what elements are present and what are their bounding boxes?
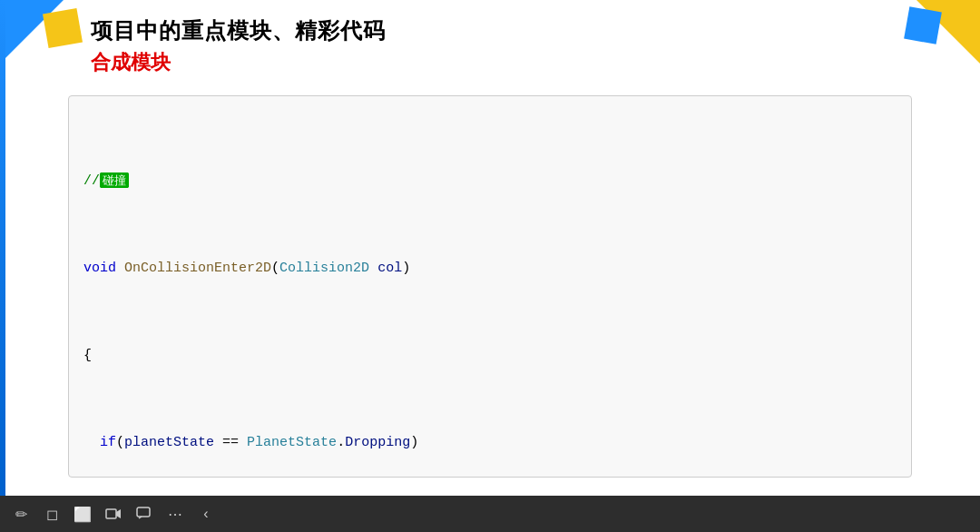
code-line-comment1: //碰撞 — [83, 171, 897, 192]
slide: 项目中的重点模块、精彩代码 合成模块 //碰撞 void OnCollision… — [0, 0, 980, 496]
toolbar-back-icon[interactable]: ‹ — [196, 504, 216, 524]
toolbar-pencil-icon[interactable]: ✏ — [11, 504, 31, 524]
svg-rect-2 — [137, 507, 150, 517]
svg-rect-0 — [106, 509, 116, 518]
section-title: 合成模块 — [91, 49, 386, 76]
bottom-toolbar: ✏ ◻ ⬜ ⋯ ‹ — [0, 496, 980, 532]
corner-decoration-top-left — [0, 0, 73, 73]
code-line-2: { — [83, 345, 897, 367]
code-line-1: void OnCollisionEnter2D(Collision2D col) — [83, 258, 897, 280]
toolbar-shape-icon[interactable]: ◻ — [42, 504, 62, 524]
toolbar-more-icon[interactable]: ⋯ — [165, 504, 185, 524]
corner-decoration-top-right — [907, 0, 980, 73]
toolbar-select-icon[interactable]: ⬜ — [73, 504, 93, 524]
code-block-container: //碰撞 void OnCollisionEnter2D(Collision2D… — [68, 95, 912, 478]
left-accent-bar — [0, 0, 5, 496]
toolbar-video-icon[interactable] — [103, 504, 123, 524]
page-title: 项目中的重点模块、精彩代码 — [91, 16, 386, 45]
title-area: 项目中的重点模块、精彩代码 合成模块 — [91, 16, 386, 76]
code-content: //碰撞 void OnCollisionEnter2D(Collision2D… — [83, 105, 897, 478]
toolbar-comment-icon[interactable] — [134, 504, 154, 524]
code-line-3: if(planetState == PlanetState.Dropping) — [83, 432, 897, 454]
